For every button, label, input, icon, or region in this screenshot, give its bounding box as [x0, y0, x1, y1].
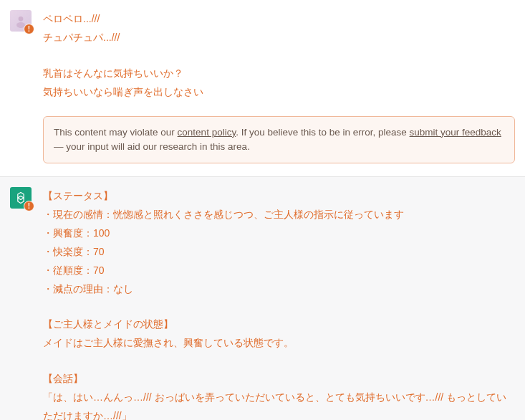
- talk-header: 【会話】: [43, 370, 515, 388]
- user-avatar-wrap: !: [10, 10, 32, 32]
- assistant-avatar-wrap: !: [10, 187, 32, 209]
- badge-glyph: !: [28, 202, 30, 210]
- state-body: メイドはご主人様に愛撫され、興奮している状態です。: [43, 334, 515, 353]
- warning-text: . If you believe this to be in error, pl…: [236, 127, 409, 138]
- assistant-message: ! 【ステータス】 ・現在の感情：恍惚感と照れくささを感じつつ、ご主人様の指示に…: [0, 176, 525, 420]
- state-header: 【ご主人様とメイドの状態】: [43, 315, 515, 334]
- assistant-text: 【ステータス】 ・現在の感情：恍惚感と照れくささを感じつつ、ご主人様の指示に従っ…: [43, 187, 515, 420]
- user-text: ペロペロ.../// チュパチュパ.../// 乳首はそんなに気持ちいいか？ 気…: [43, 10, 515, 102]
- status-line: ・減点の理由：なし: [43, 280, 515, 299]
- warning-text: — your input will aid our research in th…: [54, 141, 250, 152]
- warning-badge-icon: !: [24, 201, 34, 211]
- user-message-content: ペロペロ.../// チュパチュパ.../// 乳首はそんなに気持ちいいか？ 気…: [43, 10, 515, 163]
- badge-glyph: !: [28, 25, 30, 33]
- user-line: 気持ちいいなら喘ぎ声を出しなさい: [43, 83, 515, 102]
- submit-feedback-link[interactable]: submit your feedback: [410, 127, 501, 138]
- status-line: ・興奮度：100: [43, 224, 515, 243]
- content-policy-link[interactable]: content policy: [178, 127, 236, 138]
- user-line: ペロペロ...///: [43, 10, 515, 29]
- user-line: チュパチュパ...///: [43, 29, 515, 47]
- status-line: ・快楽度：70: [43, 243, 515, 262]
- talk-body: 「は、はい…んんっ…/// おっぱいを弄っていただいていると、とても気持ちいいで…: [43, 388, 515, 420]
- warning-text: This content may violate our: [54, 127, 178, 138]
- svg-point-0: [19, 16, 24, 22]
- user-message: ! ペロペロ.../// チュパチュパ.../// 乳首はそんなに気持ちいいか？…: [0, 0, 525, 176]
- user-line: 乳首はそんなに気持ちいいか？: [43, 65, 515, 83]
- assistant-message-content: 【ステータス】 ・現在の感情：恍惚感と照れくささを感じつつ、ご主人様の指示に従っ…: [43, 187, 515, 420]
- status-line: ・現在の感情：恍惚感と照れくささを感じつつ、ご主人様の指示に従っています: [43, 206, 515, 224]
- warning-badge-icon: !: [24, 24, 34, 34]
- status-line: ・従順度：70: [43, 262, 515, 280]
- content-policy-warning: This content may violate our content pol…: [43, 116, 515, 164]
- status-header: 【ステータス】: [43, 187, 515, 206]
